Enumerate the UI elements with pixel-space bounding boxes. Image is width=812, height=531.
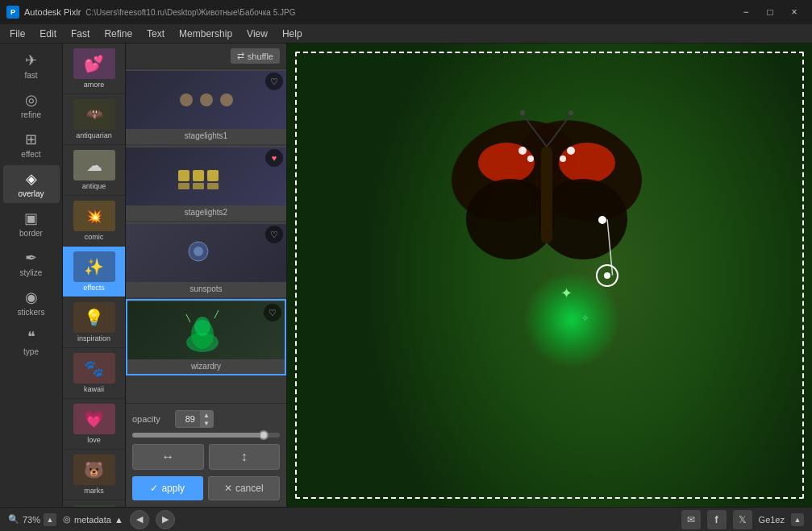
controls-section: opacity 89 ▲ ▼ ↔ ↕ [126, 403, 286, 507]
tool-border-label: border [19, 229, 43, 238]
svg-point-19 [559, 143, 615, 183]
shuffle-button[interactable]: ⇄ shuffle [231, 48, 280, 64]
category-antiquarian-label: antiquarian [76, 131, 112, 139]
category-comic-label: comic [85, 233, 104, 241]
category-love[interactable]: 💗 love [63, 399, 125, 450]
svg-rect-3 [178, 170, 189, 181]
tool-stickers-label: stickers [18, 308, 45, 317]
fast-icon: ✈ [25, 52, 37, 69]
nav-prev-button[interactable]: ◀ [130, 510, 149, 529]
border-icon: ▣ [24, 209, 38, 227]
svg-rect-8 [207, 183, 219, 189]
tool-stylize[interactable]: ✒ stylize [3, 244, 60, 282]
shuffle-icon: ⇄ [237, 51, 244, 61]
menubar: File Edit Fast Refine Text Membership Vi… [0, 24, 812, 44]
filter-stagelights1[interactable]: stagelights1 ♡ [126, 69, 286, 146]
filter-items-panel: ⇄ shuffle stagelights1 ♡ [126, 44, 287, 507]
facebook-button[interactable]: f [707, 510, 727, 529]
heart-stagelights1-button[interactable]: ♡ [265, 73, 283, 90]
category-marks[interactable]: 🐻 marks [63, 450, 125, 500]
category-inspiration[interactable]: 💡 inspiration [63, 297, 125, 348]
category-comic[interactable]: 💥 comic [63, 196, 125, 247]
opacity-up-button[interactable]: ▲ [200, 411, 213, 419]
menu-file[interactable]: File [3, 27, 31, 41]
account-expand-button[interactable]: ▲ [791, 513, 804, 526]
filter-sunspots-label: sunspots [189, 282, 222, 296]
menu-refine[interactable]: Refine [98, 27, 139, 41]
menu-help[interactable]: Help [276, 27, 309, 41]
menu-view[interactable]: View [240, 27, 274, 41]
svg-point-29 [520, 110, 525, 115]
opacity-label: opacity [132, 414, 169, 424]
control-point-center[interactable] [596, 264, 618, 287]
zoom-control: 🔍 73% ▲ [8, 513, 56, 526]
svg-point-18 [478, 143, 535, 183]
opacity-slider[interactable] [132, 433, 280, 438]
heart-sunspots-button[interactable]: ♡ [265, 226, 283, 243]
email-button[interactable]: ✉ [681, 510, 701, 529]
opacity-down-button[interactable]: ▼ [200, 419, 213, 427]
category-kawaii-thumb: 🐾 [73, 353, 115, 384]
svg-point-10 [194, 247, 203, 256]
flip-horizontal-button[interactable]: ↔ [132, 444, 204, 470]
category-antiquarian[interactable]: 🦇 antiquarian [63, 94, 125, 145]
svg-rect-4 [193, 170, 204, 181]
category-amore[interactable]: 💕 amore [63, 44, 125, 94]
zoom-value: 73% [23, 515, 40, 525]
tool-type[interactable]: ❝ type [3, 323, 60, 361]
tool-border[interactable]: ▣ border [3, 205, 60, 243]
menu-edit[interactable]: Edit [33, 27, 63, 41]
category-antique-label: antique [82, 182, 106, 190]
flip-h-icon: ↔ [161, 450, 174, 464]
cancel-button[interactable]: ✕ cancel [208, 476, 281, 500]
filter-wizardry-label: wizardry [191, 359, 221, 373]
filter-categories: 💕 amore 🦇 antiquarian ☁ antique 💥 comic … [63, 44, 126, 507]
stylize-icon: ✒ [25, 249, 37, 267]
maximize-button[interactable]: □ [759, 1, 781, 23]
filter-grid: stagelights1 ♡ stagelights2 ♥ [126, 69, 286, 403]
twitter-button[interactable]: 𝕏 [733, 510, 752, 529]
heart-wizardry-button[interactable]: ♡ [264, 304, 281, 322]
menu-fast[interactable]: Fast [65, 27, 96, 41]
menu-membership[interactable]: Membership [173, 27, 239, 41]
canvas-image: ✦ ✧ [287, 44, 812, 507]
filter-wizardry[interactable]: wizardry ♡ [126, 299, 286, 375]
tool-effect[interactable]: ⊞ effect [3, 126, 60, 164]
tool-fast[interactable]: ✈ fast [3, 47, 60, 85]
control-point-top[interactable] [598, 216, 606, 224]
category-effects-thumb: ✨ [73, 251, 115, 282]
apply-button[interactable]: ✓ apply [132, 476, 203, 500]
tool-stickers[interactable]: ◉ stickers [3, 284, 60, 322]
category-effects[interactable]: ✨ effects [63, 247, 125, 297]
category-inspiration-label: inspiration [77, 334, 110, 342]
category-nature[interactable]: 🍀 nature [63, 500, 125, 507]
category-inspiration-thumb: 💡 [73, 302, 115, 333]
filter-sunspots[interactable]: sunspots ♡ [126, 222, 286, 299]
opacity-value: 89 [176, 413, 200, 425]
menu-text[interactable]: Text [140, 27, 171, 41]
zoom-up-button[interactable]: ▲ [44, 513, 56, 526]
flip-vertical-button[interactable]: ↕ [209, 444, 281, 470]
metadata-button[interactable]: ◎ metadata ▲ [63, 514, 123, 525]
heart-stagelights2-button[interactable]: ♥ [265, 149, 283, 167]
tool-overlay[interactable]: ◈ overlay [3, 165, 60, 203]
tool-refine[interactable]: ◎ refine [3, 86, 60, 124]
opacity-row: opacity 89 ▲ ▼ [132, 410, 280, 428]
statusbar: 🔍 73% ▲ ◎ metadata ▲ ◀ ▶ ✉ f 𝕏 Ge1ez ▲ [0, 507, 812, 531]
close-button[interactable]: × [783, 1, 806, 23]
minimize-button[interactable]: − [735, 1, 757, 23]
tool-effect-label: effect [21, 150, 40, 159]
sparkle-2: ✧ [581, 313, 589, 324]
canvas-area[interactable]: ✦ ✧ [287, 44, 812, 507]
nav-next-button[interactable]: ▶ [156, 510, 175, 529]
svg-rect-6 [178, 183, 189, 189]
filter-stagelights1-label: stagelights1 [185, 129, 227, 143]
category-antique[interactable]: ☁ antique [63, 145, 125, 196]
category-amore-thumb: 💕 [73, 48, 115, 79]
filter-stagelights2-thumb [126, 147, 286, 205]
filter-stagelights2[interactable]: stagelights2 ♥ [126, 146, 286, 222]
shuffle-label: shuffle [248, 52, 273, 61]
svg-line-14 [186, 314, 190, 322]
status-left: 🔍 73% ▲ ◎ metadata ▲ ◀ ▶ [8, 510, 175, 529]
category-kawaii[interactable]: 🐾 kawaii [63, 348, 125, 399]
